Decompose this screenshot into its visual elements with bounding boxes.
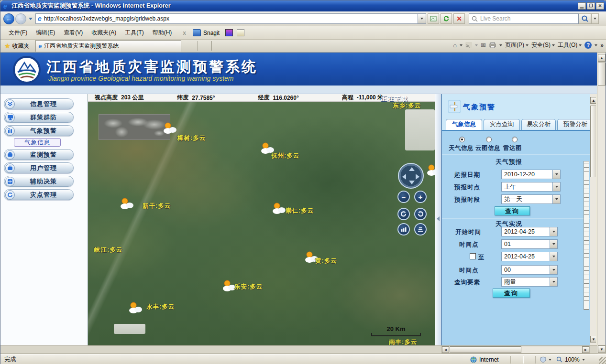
maximize-button[interactable]: ❐ (587, 2, 595, 10)
minimize-button[interactable]: ▁ (578, 2, 586, 10)
tilt-button[interactable] (397, 223, 410, 236)
snagit-capture-icon[interactable] (225, 29, 233, 36)
scroll-right-icon[interactable]: ► (582, 346, 589, 353)
tab-weather-info[interactable]: 气象信息 (446, 119, 482, 130)
hour-point-select[interactable]: 01 (501, 239, 558, 249)
sun-cloud-icon[interactable] (426, 164, 435, 176)
scroll-down-icon[interactable]: ▼ (590, 336, 596, 343)
scroll-thumb[interactable] (450, 346, 521, 353)
pan-right-icon[interactable] (416, 174, 419, 180)
to-date-checkbox[interactable] (470, 253, 476, 259)
actual-start-date-select[interactable]: 2012-04-25 (501, 227, 558, 236)
sun-cloud-icon[interactable] (271, 202, 286, 214)
sidebar-item-group-prevention[interactable]: 群策群防 (4, 112, 74, 123)
sidebar-item-hazard-point-mgmt[interactable]: 灾点管理 (4, 189, 74, 200)
stop-button[interactable]: ✕ (453, 13, 465, 24)
dropdown-arrow-icon[interactable] (550, 252, 557, 261)
scroll-thumb[interactable] (598, 63, 606, 86)
scroll-up-icon[interactable]: ▲ (590, 97, 596, 104)
snagit-window-icon[interactable] (237, 29, 244, 36)
rotate-ccw-button[interactable] (414, 208, 427, 220)
radio-label[interactable]: 天气信息 (449, 144, 474, 152)
radio-cloud-image[interactable] (486, 137, 492, 142)
address-bar[interactable]: e http://localhost/Jxdzwebgis_mapgis/gri… (35, 13, 418, 24)
rss-icon[interactable] (465, 42, 472, 48)
help-caret-icon[interactable] (595, 44, 597, 46)
back-button[interactable]: ← (3, 13, 14, 24)
more-chevron[interactable]: » (600, 42, 604, 49)
vertical-text-strip[interactable] (584, 161, 589, 310)
dropdown-arrow-icon[interactable] (550, 240, 557, 248)
query-element-select[interactable]: 雨量 (501, 277, 558, 287)
dropdown-arrow-icon[interactable] (550, 266, 557, 274)
tab-hazard-query[interactable]: 灾点查询 (484, 119, 520, 130)
panel-splitter[interactable] (435, 94, 441, 345)
print-icon[interactable] (489, 42, 496, 48)
sidebar-item-decision-support[interactable]: 辅助决策 (4, 176, 74, 187)
tab-susceptibility[interactable]: 易发分析 (521, 119, 556, 130)
map-viewport[interactable]: 视点高度203 公里 纬度27.7585° 经度116.0260° 高程-11,… (88, 94, 435, 345)
tools-menu[interactable]: 工具(O) (558, 41, 582, 49)
forecast-time-select[interactable]: 上午 (501, 182, 561, 192)
radio-radar[interactable] (512, 137, 518, 142)
scroll-down-icon[interactable]: ▼ (598, 345, 606, 353)
sidebar-subitem-weather-info[interactable]: 气象信息 (14, 138, 61, 147)
end-hour-select[interactable]: 00 (501, 265, 558, 275)
search-input[interactable]: Live Search (469, 13, 579, 24)
radio-weather-info[interactable] (459, 137, 465, 142)
home-caret-icon[interactable] (460, 44, 463, 46)
sun-cloud-icon[interactable] (162, 122, 177, 134)
layers-button[interactable] (414, 223, 427, 236)
search-go-button[interactable] (579, 13, 591, 24)
dropdown-arrow-icon[interactable] (550, 278, 557, 286)
close-button[interactable]: ✕ (596, 2, 604, 10)
status-tool[interactable] (540, 356, 551, 363)
zoom-out-button[interactable]: − (397, 191, 410, 203)
forward-button[interactable]: → (15, 13, 26, 24)
sun-cloud-icon[interactable] (128, 301, 143, 314)
end-date-select[interactable]: 2012-04-25 (501, 252, 558, 261)
scroll-up-icon[interactable]: ▲ (598, 54, 606, 62)
radio-label[interactable]: 雷达图 (503, 144, 522, 152)
help-icon[interactable]: ? (584, 42, 592, 49)
browser-scrollbar[interactable]: ▲ ▼ (597, 53, 606, 354)
start-date-select[interactable]: 2010-12-20 (501, 170, 561, 179)
sidebar-item-monitor-warning[interactable]: 监测预警 (4, 149, 74, 160)
sidebar-item-weather-warning[interactable]: 气象预警 (4, 125, 74, 136)
history-caret-icon[interactable] (29, 18, 33, 20)
home-icon[interactable]: ⌂ (453, 42, 457, 49)
menu-edit[interactable]: 编辑(E) (32, 27, 59, 39)
sidebar-item-user-mgmt[interactable]: 用户管理 (4, 162, 74, 173)
menu-file[interactable]: 文件(F) (4, 27, 32, 39)
scroll-left-icon[interactable]: ◄ (442, 346, 449, 353)
search-options-button[interactable] (591, 13, 599, 24)
pan-down-icon[interactable] (409, 181, 415, 184)
scroll-thumb[interactable] (590, 106, 596, 177)
sidebar-item-info-mgmt[interactable]: 信息管理 (4, 98, 74, 109)
panel-scrollbar[interactable]: ▲ ▼ (590, 94, 596, 345)
toolbar-close-x[interactable]: x (183, 30, 186, 36)
map-pan-control[interactable] (398, 163, 424, 189)
compatibility-view-button[interactable] (428, 13, 439, 24)
forecast-period-select[interactable]: 第一天 (501, 194, 561, 204)
menu-help[interactable]: 帮助(H) (148, 27, 176, 39)
address-dropdown-button[interactable] (418, 13, 426, 24)
rotate-cw-button[interactable] (397, 208, 410, 220)
favorites-button[interactable]: ★ 收藏夹 (0, 41, 33, 51)
browser-tab[interactable]: e 江西省地质灾害监测预警系统 (35, 40, 181, 52)
checkbox-label[interactable]: 至 (478, 254, 485, 262)
dropdown-arrow-icon[interactable] (552, 195, 560, 203)
tab-warning-analysis[interactable]: 预警分析 (557, 119, 594, 130)
zoom-in-button[interactable]: + (414, 191, 427, 203)
world-overview-inset[interactable] (99, 114, 170, 140)
dropdown-arrow-icon[interactable] (550, 227, 557, 236)
status-tool-caret-icon[interactable] (549, 359, 551, 361)
panel-hscrollbar[interactable]: ◄ ► (441, 346, 590, 353)
menu-tools[interactable]: 工具(T) (121, 27, 148, 39)
zoom-caret-icon[interactable] (582, 359, 585, 361)
menu-view[interactable]: 查看(V) (59, 27, 87, 39)
sun-cloud-icon[interactable] (119, 197, 134, 210)
refresh-button[interactable] (441, 13, 452, 24)
menu-favorites[interactable]: 收藏夹(A) (87, 27, 121, 39)
mail-icon[interactable]: ✉ (481, 42, 486, 49)
